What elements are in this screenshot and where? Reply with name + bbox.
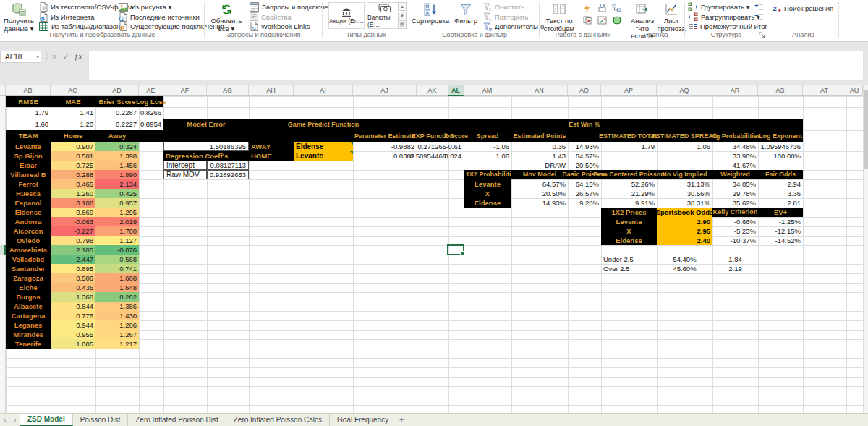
sheet-tab-goal-frequency[interactable]: Goal Frequency — [330, 414, 396, 426]
coeff-value[interactable]: 0.08127113 — [207, 161, 249, 170]
team-home-value[interactable]: 1.368 — [51, 292, 95, 302]
model-error-value[interactable]: 1.50186395 — [163, 142, 249, 151]
team-name[interactable]: Albacete — [6, 302, 51, 311]
ribbon-item-group[interactable]: Группировать ▾ — [688, 2, 749, 12]
prob-value[interactable]: 21.29% — [601, 189, 657, 198]
prob-value[interactable]: 34.05% — [712, 179, 758, 189]
team-home-value[interactable]: 1.260 — [51, 189, 95, 198]
prob-value[interactable]: 30.56% — [657, 189, 712, 198]
column-header-ah[interactable]: AH — [249, 85, 294, 96]
team-home-value[interactable]: 0.895 — [51, 264, 95, 273]
team-home-value[interactable]: 2.447 — [51, 255, 95, 264]
game-predict-team[interactable]: Eldense — [294, 142, 353, 151]
column-header-aq[interactable]: AQ — [657, 85, 712, 96]
prediction-value[interactable]: 0.024 — [448, 151, 464, 161]
add-sheet-button[interactable]: + — [396, 414, 407, 426]
team-home-value[interactable]: 0.725 — [51, 161, 95, 170]
ribbon-item-internet[interactable]: Из Интернета — [39, 12, 94, 22]
team-away-value[interactable]: 0.568 — [95, 255, 139, 264]
prediction-value[interactable]: 1.43 — [511, 151, 568, 161]
metrics-value[interactable]: 1.79 — [6, 107, 51, 119]
sheet-tab-poisson-dist[interactable]: Poisson Dist — [73, 414, 129, 426]
metrics-value[interactable]: 0.2227 — [95, 119, 139, 130]
name-box-chevron-icon[interactable]: ▾ — [36, 54, 39, 60]
prediction-value[interactable]: 0.36 — [511, 142, 568, 151]
team-away-value[interactable]: 1.398 — [95, 151, 139, 161]
team-home-value[interactable]: 0.501 — [51, 151, 95, 161]
team-away-value[interactable]: 1.127 — [95, 236, 139, 245]
team-home-value[interactable]: -0.063 — [51, 217, 95, 226]
team-name[interactable]: Burgos — [6, 292, 51, 302]
team-away-value[interactable]: 0.324 — [95, 142, 139, 151]
ribbon-item-advanced[interactable]: Дополнительно — [483, 22, 544, 31]
team-away-value[interactable]: 0.262 — [95, 292, 139, 302]
prediction-value[interactable]: 64.57% — [568, 151, 601, 161]
team-away-value[interactable]: -0.076 — [95, 245, 139, 255]
prediction-value[interactable]: 1.79 — [601, 142, 657, 151]
metrics-value[interactable]: 0.2287 — [95, 107, 139, 119]
kelly-value[interactable]: -5.23% — [712, 226, 758, 236]
team-name[interactable]: Oviedo — [6, 236, 51, 245]
team-home-value[interactable]: 0.465 — [51, 179, 95, 189]
totals-label[interactable]: Over 2.5 — [601, 264, 657, 273]
prediction-value[interactable]: 1.06 — [464, 151, 511, 161]
team-away-value[interactable]: 1.286 — [95, 320, 139, 330]
prob-value[interactable]: 31.13% — [657, 179, 712, 189]
team-away-value[interactable]: 2.134 — [95, 179, 139, 189]
prediction-value[interactable]: 100.00% — [758, 151, 803, 161]
game-predict-team[interactable]: Levante — [294, 151, 353, 161]
ev-value[interactable]: -14.52% — [758, 236, 803, 245]
prob-value[interactable]: 52.26% — [601, 179, 657, 189]
name-box[interactable]: AL18▾ — [0, 51, 41, 63]
team-name[interactable]: Eibar — [6, 161, 51, 170]
prob-value[interactable]: 14.93% — [511, 198, 568, 208]
scrollbar-thumb[interactable] — [864, 90, 868, 169]
team-home-value[interactable]: 0.944 — [51, 320, 95, 330]
column-header-ad[interactable]: AD — [95, 85, 139, 96]
sheet-tab-zero-inflated-poisson-calcs[interactable]: Zero Inflated Poisson Calcs — [226, 414, 330, 426]
cancel-button[interactable]: × — [49, 51, 59, 62]
team-home-value[interactable]: 0.108 — [51, 198, 95, 208]
column-header-al[interactable]: AL — [448, 85, 464, 96]
text-to-columns-button[interactable]: Текст по столбцам — [541, 1, 577, 30]
prob-value[interactable]: 64.15% — [568, 179, 601, 189]
totals-prob[interactable]: 54.40% — [657, 255, 712, 264]
team-name[interactable]: Mirandes — [6, 330, 51, 339]
team-name[interactable]: Tenerife — [6, 339, 51, 349]
team-name[interactable]: Huesca — [6, 189, 51, 198]
prediction-value[interactable]: 0.271265 — [417, 142, 448, 151]
team-name[interactable]: Andorra — [6, 217, 51, 226]
enter-button[interactable]: ✓ — [61, 51, 71, 62]
metrics-header[interactable]: Brier Score — [95, 96, 139, 107]
team-home-value[interactable]: 0.798 — [51, 236, 95, 245]
team-name[interactable]: Alcorcon — [6, 226, 51, 236]
prob-value[interactable]: 2.81 — [758, 198, 803, 208]
team-away-value[interactable]: 1.267 — [95, 330, 139, 339]
sheet-tab-zero-inflated-poisson-dist[interactable]: Zero Inflated Poisson Dist — [128, 414, 226, 426]
prediction-value[interactable]: -0.9882 — [353, 142, 417, 151]
team-name[interactable]: Cartagena — [6, 311, 51, 320]
formula-input[interactable] — [88, 51, 864, 80]
ribbon-item-workbook-links[interactable]: Workbook Links — [250, 22, 310, 31]
team-name[interactable]: Sp Gijon — [6, 151, 51, 161]
column-header-ar[interactable]: AR — [712, 85, 758, 96]
team-away-value[interactable]: 0.425 — [95, 189, 139, 198]
metrics-header[interactable]: RMSE — [6, 96, 51, 107]
sheet-tab-zsd-model[interactable]: ZSD Model — [20, 414, 73, 426]
ribbon-item-picture[interactable]: Из рисунка ▾ — [119, 2, 171, 12]
ev-value[interactable]: -12.15% — [758, 226, 803, 236]
prob-row-label[interactable]: Eldense — [464, 198, 511, 208]
coeff-label[interactable]: Raw MOV — [163, 170, 207, 179]
prediction-value[interactable]: 34.48% — [712, 142, 758, 151]
column-header-at[interactable]: AT — [803, 85, 846, 96]
ribbon-item-solver[interactable]: 2Поиск решения — [772, 4, 833, 13]
coeff-label[interactable]: Intercept — [163, 161, 207, 170]
column-header-as[interactable]: AS — [758, 85, 803, 96]
prediction-value[interactable]: 1.06 — [657, 142, 712, 151]
column-header-am[interactable]: AM — [464, 85, 511, 96]
refresh-all-button[interactable]: Обновить все ▾ — [208, 1, 245, 30]
prediction-value[interactable]: 33.90% — [712, 151, 758, 161]
price-row-label[interactable]: Eldense — [601, 236, 657, 245]
kelly-value[interactable]: -0.66% — [712, 217, 758, 226]
gallery-arrow-2[interactable]: ▤ — [398, 20, 407, 29]
